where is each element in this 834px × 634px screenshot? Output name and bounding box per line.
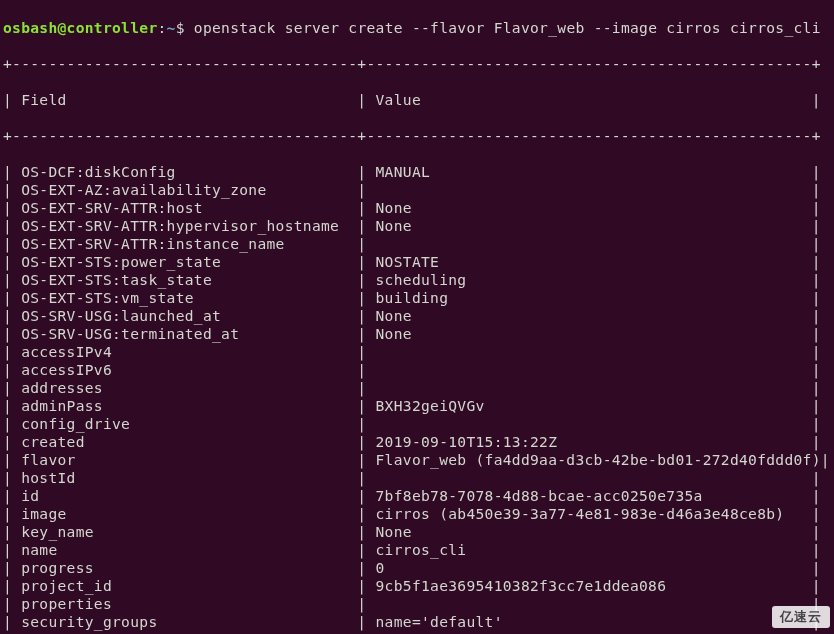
table-row: | project_id | 9cb5f1ae3695410382f3cc7e1… (3, 577, 834, 595)
table-row: | OS-EXT-AZ:availability_zone | | (3, 181, 834, 199)
command-text: openstack server create --flavor Flavor_… (194, 19, 821, 36)
terminal-output[interactable]: osbash@controller:~$ openstack server cr… (0, 0, 834, 634)
table-row: | flavor | Flavor_web (fa4dd9aa-d3cb-42b… (3, 451, 834, 469)
table-row: | OS-EXT-SRV-ATTR:instance_name | | (3, 235, 834, 253)
table-row: | OS-EXT-STS:vm_state | building | (3, 289, 834, 307)
table-row: | OS-EXT-STS:task_state | scheduling | (3, 271, 834, 289)
table-row: | progress | 0 | (3, 559, 834, 577)
table-header-row: | Field | Value | (3, 91, 834, 109)
table-border-top: +--------------------------------------+… (3, 55, 834, 73)
table-row: | OS-SRV-USG:terminated_at | None | (3, 325, 834, 343)
table-row: | id | 7bf8eb78-7078-4d88-bcae-acc0250e7… (3, 487, 834, 505)
table-row: | accessIPv4 | | (3, 343, 834, 361)
table-row: | key_name | None | (3, 523, 834, 541)
watermark: 亿速云 (772, 606, 830, 628)
table-row: | image | cirros (ab450e39-3a77-4e81-983… (3, 505, 834, 523)
path-tilde: ~ (167, 19, 176, 36)
table-row: | created | 2019-09-10T15:13:22Z | (3, 433, 834, 451)
table-row: | accessIPv6 | | (3, 361, 834, 379)
table-row: | OS-EXT-SRV-ATTR:hypervisor_hostname | … (3, 217, 834, 235)
table-row: | addresses | | (3, 379, 834, 397)
table-row: | OS-EXT-SRV-ATTR:host | None | (3, 199, 834, 217)
table-row: | security_groups | name='default' | (3, 613, 834, 631)
table-row: | OS-SRV-USG:launched_at | None | (3, 307, 834, 325)
table-row: | properties | | (3, 595, 834, 613)
table-row: | name | cirros_cli | (3, 541, 834, 559)
table-row: | config_drive | | (3, 415, 834, 433)
table-border-sep: +--------------------------------------+… (3, 127, 834, 145)
table-row: | hostId | | (3, 469, 834, 487)
table-row: | OS-DCF:diskConfig | MANUAL | (3, 163, 834, 181)
prompt-line: osbash@controller:~$ openstack server cr… (3, 19, 834, 37)
user-host: osbash@controller (3, 19, 157, 36)
table-row: | adminPass | BXH32geiQVGv | (3, 397, 834, 415)
table-row: | OS-EXT-STS:power_state | NOSTATE | (3, 253, 834, 271)
